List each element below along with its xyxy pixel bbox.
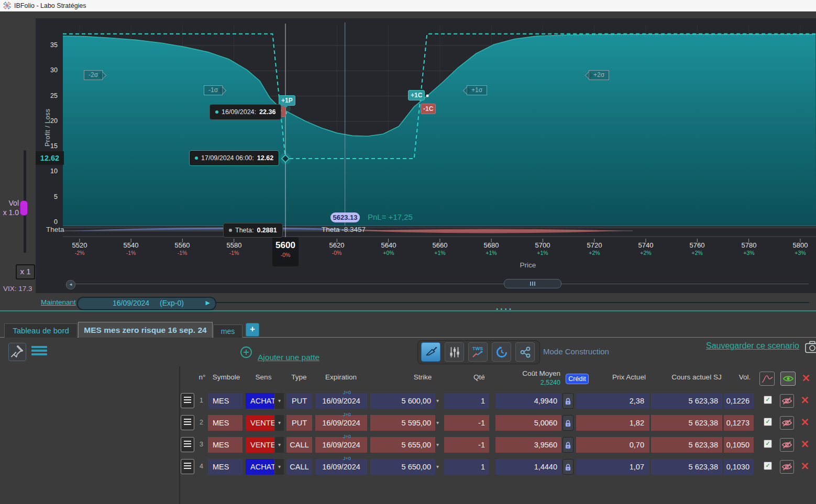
- tws-button[interactable]: TWS: [468, 342, 488, 362]
- tab-tableau-de-bord[interactable]: Tableau de bord: [4, 323, 78, 338]
- strike-dropdown-icon[interactable]: ▾: [436, 415, 444, 431]
- tab-mes[interactable]: mes: [213, 324, 242, 338]
- scrollbar-track[interactable]: [75, 284, 809, 284]
- row-menu-button[interactable]: [181, 415, 194, 430]
- leg-marker-long-put[interactable]: +1P: [279, 95, 295, 106]
- strike-cell[interactable]: 5 595,00: [370, 415, 435, 431]
- credit-badge[interactable]: Crédit: [566, 374, 589, 384]
- side-dropdown-icon[interactable]: ▾: [275, 393, 284, 409]
- leg-marker-short-call[interactable]: -1C: [421, 104, 436, 114]
- expiration-cell[interactable]: 16/09/2024: [315, 415, 367, 431]
- construction-mode-button[interactable]: [421, 342, 440, 362]
- symbol-cell[interactable]: MES: [208, 393, 242, 409]
- side-cell[interactable]: VENTE: [246, 437, 274, 453]
- remove-all-button[interactable]: ×: [801, 373, 811, 384]
- underlying-cell[interactable]: 5 623,38: [651, 393, 722, 409]
- lock-cost-button[interactable]: [563, 437, 574, 453]
- show-all-legs-button[interactable]: [780, 372, 796, 386]
- strike-cell[interactable]: 5 655,00: [370, 437, 435, 453]
- symbol-cell[interactable]: MES: [208, 459, 242, 475]
- pin-button[interactable]: [8, 343, 26, 361]
- scrollbar-left-arrow-icon[interactable]: ◂: [66, 280, 75, 289]
- scrollbar-thumb[interactable]: [504, 279, 561, 288]
- avg_cost-cell[interactable]: 3,9560: [495, 437, 561, 453]
- row-menu-button[interactable]: [181, 459, 194, 474]
- remove-leg-button[interactable]: ×: [800, 395, 810, 406]
- leg-enabled-checkbox[interactable]: ✓: [764, 462, 772, 470]
- underlying-cell[interactable]: 5 623,38: [651, 459, 722, 475]
- remove-leg-button[interactable]: ×: [800, 461, 810, 472]
- leg-visibility-button[interactable]: [780, 416, 794, 430]
- share-button[interactable]: [515, 342, 535, 362]
- distribution-toggle-button[interactable]: [759, 372, 775, 386]
- add-circle-icon[interactable]: [240, 346, 252, 359]
- type-cell[interactable]: PUT: [286, 393, 312, 409]
- multiplier-button[interactable]: x 1: [16, 264, 35, 279]
- type-cell[interactable]: CALL: [286, 459, 312, 475]
- symbol-cell[interactable]: MES: [208, 415, 242, 431]
- underlying-cell[interactable]: 5 623,38: [651, 437, 722, 453]
- vol-cell[interactable]: 0,1226: [724, 393, 754, 409]
- leg-visibility-button[interactable]: [780, 460, 794, 474]
- menu-button[interactable]: [31, 346, 47, 357]
- side-dropdown-icon[interactable]: ▾: [275, 459, 284, 475]
- play-icon[interactable]: ▶: [206, 299, 210, 306]
- screenshot-button[interactable]: [805, 341, 816, 353]
- price-cell[interactable]: 0,70: [576, 437, 649, 453]
- side-cell[interactable]: ACHAT: [246, 393, 274, 409]
- avg_cost-cell[interactable]: 4,9940: [495, 393, 561, 409]
- tab-mes-zero-risque[interactable]: MES mes zero risque 16 sep. 24: [78, 322, 213, 338]
- qty-cell[interactable]: -1: [444, 415, 489, 431]
- strike-cell[interactable]: 5 650,00: [370, 459, 435, 475]
- type-cell[interactable]: CALL: [286, 437, 312, 453]
- add-tab-button[interactable]: +: [246, 323, 259, 337]
- add-leg-link[interactable]: Ajouter une patte: [258, 353, 319, 362]
- avg_cost-cell[interactable]: 1,4440: [495, 459, 561, 475]
- remove-leg-button[interactable]: ×: [800, 417, 810, 428]
- history-button[interactable]: [492, 342, 511, 362]
- vol-slider-handle[interactable]: [20, 200, 28, 216]
- strike-dropdown-icon[interactable]: ▾: [436, 393, 444, 409]
- adjust-mode-button[interactable]: [445, 342, 464, 362]
- lock-cost-button[interactable]: [563, 415, 574, 431]
- strike-cell[interactable]: 5 600,00: [370, 393, 435, 409]
- selected-price-tick[interactable]: 5600 -0%: [272, 237, 299, 266]
- avg_cost-cell[interactable]: 5,0060: [495, 415, 561, 431]
- leg-visibility-button[interactable]: [780, 394, 794, 408]
- side-dropdown-icon[interactable]: ▾: [275, 415, 284, 431]
- payoff-chart[interactable]: Profit / Loss 35302520151050 5520-2% 554…: [36, 18, 816, 293]
- strike-dropdown-icon[interactable]: ▾: [436, 437, 444, 453]
- vol-cell[interactable]: 0,1273: [724, 415, 754, 431]
- leg-enabled-checkbox[interactable]: ✓: [764, 440, 772, 448]
- symbol-cell[interactable]: MES: [208, 437, 242, 453]
- leg-enabled-checkbox[interactable]: ✓: [764, 396, 772, 404]
- date-slider[interactable]: 16/09/2024 (Exp-0) ▶: [77, 297, 216, 310]
- price-cell[interactable]: 1,82: [576, 415, 649, 431]
- date-slider-track[interactable]: [216, 302, 809, 303]
- row-menu-button[interactable]: [181, 437, 194, 452]
- panel-splitter[interactable]: [0, 310, 816, 311]
- qty-cell[interactable]: -1: [444, 437, 489, 453]
- side-cell[interactable]: VENTE: [246, 415, 274, 431]
- side-cell[interactable]: ACHAT: [246, 459, 274, 475]
- lock-cost-button[interactable]: [563, 459, 574, 475]
- price-cell[interactable]: 1,07: [576, 459, 649, 475]
- underlying-cell[interactable]: 5 623,38: [651, 415, 722, 431]
- side-dropdown-icon[interactable]: ▾: [275, 437, 284, 453]
- save-scenario-link[interactable]: Sauvegarder ce scenario: [706, 341, 799, 351]
- price-cell[interactable]: 2,38: [576, 393, 649, 409]
- type-cell[interactable]: PUT: [286, 415, 312, 431]
- now-link[interactable]: Maintenant: [41, 298, 76, 306]
- remove-leg-button[interactable]: ×: [800, 439, 810, 450]
- row-menu-button[interactable]: [181, 393, 194, 408]
- lock-cost-button[interactable]: [563, 393, 574, 409]
- vol-cell[interactable]: 0,1050: [724, 437, 754, 453]
- strike-dropdown-icon[interactable]: ▾: [436, 459, 444, 475]
- leg-visibility-button[interactable]: [780, 438, 794, 452]
- qty-cell[interactable]: 1: [444, 459, 489, 475]
- expiration-cell[interactable]: 16/09/2024: [315, 393, 367, 409]
- expiration-cell[interactable]: 16/09/2024: [315, 459, 367, 475]
- vol-cell[interactable]: 0,1030: [724, 459, 754, 475]
- leg-marker-long-call[interactable]: +1C: [408, 90, 425, 100]
- splitter-handle-icon[interactable]: ∙∙∙∙: [495, 306, 513, 312]
